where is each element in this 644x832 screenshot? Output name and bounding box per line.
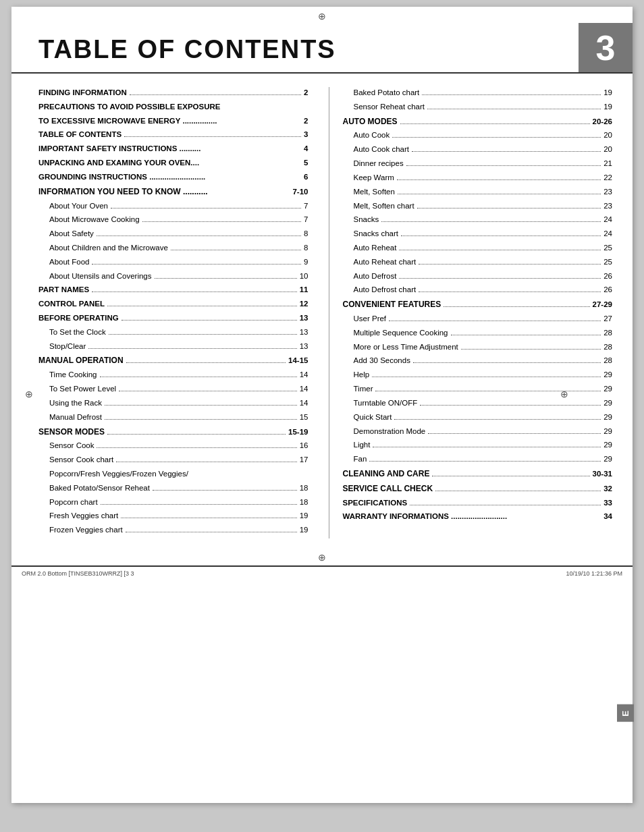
toc-pagenum: 6: [304, 171, 308, 184]
toc-pagenum: 29: [603, 439, 612, 451]
toc-pagenum: 16: [300, 440, 308, 452]
toc-label: Sensor Cook chart: [49, 454, 113, 466]
toc-pagenum: 29: [603, 412, 612, 424]
toc-pagenum: 7-10: [292, 186, 308, 198]
toc-pagenum: 29: [603, 453, 612, 466]
toc-dots: [372, 377, 601, 377]
toc-entry: To Set the Clock13: [38, 327, 308, 339]
toc-dots: [432, 476, 589, 476]
bottom-right-text: 10/19/10 1:21:36 PM: [566, 570, 622, 577]
toc-dots: [97, 235, 301, 236]
toc-dots: [389, 321, 601, 321]
toc-pagenum: 14: [300, 369, 308, 381]
toc-entry: Auto Defrost 26: [343, 271, 613, 283]
toc-dots: [428, 433, 601, 434]
toc-pagenum: 25: [603, 256, 612, 269]
toc-entry: BEFORE OPERATING13: [38, 312, 308, 325]
toc-pagenum: 2: [304, 87, 308, 99]
toc-label: Auto Reheat: [354, 242, 397, 254]
toc-pagenum: 25: [603, 242, 612, 254]
content-area: FINDING INFORMATION2PRECAUTIONS TO AVOID…: [11, 74, 633, 552]
toc-label: Fresh Veggies chart: [49, 510, 118, 522]
toc-label: TO EXCESSIVE MICROWAVE ENERGY ..........…: [38, 115, 217, 128]
toc-dots: [451, 335, 601, 335]
toc-pagenum: 10: [300, 271, 308, 283]
toc-entry: IMPORTANT SAFETY INSTRUCTIONS ..........…: [38, 143, 308, 155]
toc-entry: GROUNDING INSTRUCTIONS .................…: [38, 171, 308, 184]
toc-label: IMPORTANT SAFETY INSTRUCTIONS ..........: [38, 143, 200, 155]
toc-pagenum: 19: [603, 101, 612, 113]
toc-label: Auto Reheat chart: [354, 256, 417, 269]
toc-dots: [419, 264, 601, 265]
toc-pagenum: 23: [603, 200, 612, 213]
toc-label: Keep Warm: [354, 172, 394, 184]
toc-entry: More or Less Time Adjustment 28: [343, 341, 613, 354]
toc-dots: [153, 490, 297, 491]
toc-label: About Utensils and Coverings: [49, 271, 152, 283]
toc-dots: [126, 532, 297, 532]
toc-entry: AUTO MODES20-26: [343, 115, 613, 128]
right-crosshair: ⊕: [560, 389, 568, 399]
toc-dots: [100, 377, 297, 377]
toc-pagenum: 20: [603, 130, 612, 142]
toc-label: PRECAUTIONS TO AVOID POSSIBLE EXPOSURE: [38, 101, 220, 113]
toc-dots: [142, 221, 302, 222]
toc-entry: Popcorn/Fresh Veggies/Frozen Veggies/: [38, 468, 308, 480]
toc-entry: Snacks 24: [343, 214, 613, 226]
toc-label: Fan: [354, 453, 367, 466]
toc-entry: FINDING INFORMATION2: [38, 87, 308, 99]
toc-entry: Sensor Reheat chart 19: [343, 101, 613, 113]
toc-dots: [381, 221, 601, 222]
crosshair-top: ⊕: [11, 11, 633, 22]
toc-entry: Auto Reheat 25: [343, 242, 613, 254]
toc-label: Demonstration Mode: [354, 426, 426, 438]
page-title: TABLE OF CONTENTS: [38, 35, 565, 64]
toc-pagenum: 18: [300, 482, 308, 495]
toc-label: Sensor Cook: [49, 440, 94, 452]
toc-entry: Timer 29: [343, 383, 613, 395]
toc-label: Snacks chart: [354, 228, 398, 240]
toc-entry: TO EXCESSIVE MICROWAVE ENERGY ..........…: [38, 115, 308, 128]
toc-entry: To Set Power Level 14: [38, 383, 308, 395]
toc-pagenum: 21: [603, 158, 612, 170]
toc-label: Help: [354, 369, 370, 381]
toc-dots: [92, 264, 301, 265]
toc-label: CONTROL PANEL: [38, 298, 105, 310]
toc-entry: Melt, Soften23: [343, 186, 613, 198]
bottom-left-text: ORM 2.0 Bottom [TINSEB310WRRZ] [3 3: [22, 570, 134, 577]
toc-pagenum: 5: [304, 157, 308, 169]
toc-dots: [111, 208, 301, 209]
toc-dots: [124, 136, 301, 137]
toc-label: About Children and the Microwave: [49, 242, 168, 254]
toc-pagenum: 13: [300, 341, 308, 353]
toc-label: Auto Cook chart: [354, 144, 409, 156]
toc-dots: [461, 349, 601, 350]
toc-pagenum: 2: [304, 115, 308, 128]
bottom-bar: ORM 2.0 Bottom [TINSEB310WRRZ] [3 3 10/1…: [11, 565, 633, 580]
toc-dots: [155, 278, 297, 279]
toc-label: Sensor Reheat chart: [354, 101, 425, 113]
toc-entry: SPECIFICATIONS33: [343, 497, 613, 509]
toc-entry: Dinner recipes 21: [343, 158, 613, 170]
toc-entry: Light 29: [343, 439, 613, 451]
toc-label: SPECIFICATIONS: [343, 497, 408, 509]
toc-pagenum: 28: [603, 327, 612, 339]
toc-pagenum: 19: [300, 524, 308, 536]
toc-entry: MANUAL OPERATION14-15: [38, 354, 308, 367]
toc-label: UNPACKING AND EXAMING YOUR OVEN....: [38, 157, 199, 169]
toc-dots: [109, 334, 297, 335]
toc-pagenum: 8: [304, 242, 308, 254]
toc-dots: [116, 462, 296, 462]
toc-dots: [122, 320, 297, 321]
toc-entry: SENSOR MODES15-19: [38, 426, 308, 439]
toc-entry: TABLE OF CONTENTS3: [38, 129, 308, 141]
toc-pagenum: 29: [603, 369, 612, 381]
toc-label: FINDING INFORMATION: [38, 87, 127, 99]
toc-pagenum: 19: [603, 87, 612, 99]
toc-dots: [97, 447, 296, 448]
toc-pagenum: 4: [304, 143, 308, 155]
toc-pagenum: 14: [300, 383, 308, 395]
toc-label: Light: [354, 439, 371, 451]
toc-dots: [373, 447, 601, 447]
toc-entry: About Safety 8: [38, 228, 308, 240]
